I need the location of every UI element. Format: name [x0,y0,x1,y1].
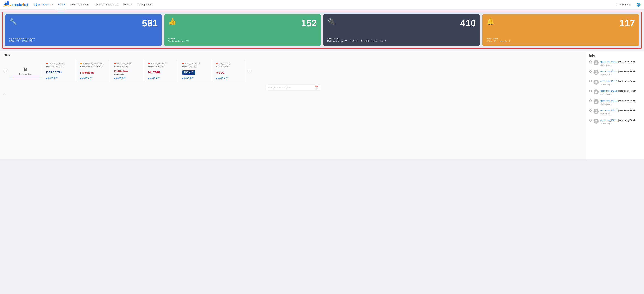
datacom-logo: DATACOM [46,71,62,74]
olt-section-title: OLTs [4,54,582,57]
card-baixo-sinal-number: 117 [619,18,635,28]
prev-arrow-button[interactable]: ‹ [4,69,8,73]
svg-rect-0 [4,4,5,5]
card-aguardando-number: 581 [142,18,158,28]
olt-dot-nokia [182,63,184,64]
olt-all-models[interactable]: 🖥 Todos modelos [10,64,42,78]
info-dot-5 [589,109,592,112]
next-arrow-button[interactable]: › [247,69,252,73]
huawei-logo: HUAWEI [148,71,160,74]
info-avatar-4 [594,99,598,104]
info-avatar-5 [594,109,598,114]
olt-dot-furukawa [114,63,116,64]
card-baixo-sinal[interactable]: 🔔 117 Baixo sinal Crítico: 16 Atenção: 5 [482,14,639,46]
info-dot-1 [589,70,592,73]
dashboard-cards: 🔧 581 Aguardando autorização GPON: 27 EP… [2,12,642,49]
made4olt-dropdown[interactable]: MADE4OLT ▼ [34,3,53,6]
made4olt-dot [46,78,47,79]
svg-point-7 [595,62,597,63]
nav-configuracoes[interactable]: Configurações [137,0,154,9]
olt-item-nokia[interactable]: Nokia_7360FX16 Nokia_7360FX16 NOKIA MADE… [179,60,212,82]
card-aguardando[interactable]: 🔧 581 Aguardando autorização GPON: 27 EP… [5,14,162,46]
card-aguardando-title: Aguardando autorização [9,37,158,40]
info-item-2: epon-onu_1/1/1:2 | created by Admin 2 we… [589,80,641,86]
vsol-logo: V·SOL [216,71,224,74]
info-dot-0 [589,60,592,63]
olt-dot-huawei [148,63,150,64]
furukawa-logo: FURUKAWASOLUTIONS [114,70,128,75]
end-time-label: end_time [282,86,291,89]
start-time-label: start_time [268,86,278,89]
nokia-logo: NOKIA [182,70,195,75]
user-label: Administrador [616,3,630,6]
time-separator: ~ [279,86,280,89]
svg-rect-5 [34,5,35,6]
info-avatar-1 [594,70,598,75]
info-title: Info [589,54,641,58]
user-icon [594,80,598,84]
wrench-icon: 🔧 [9,18,158,25]
nav-onus-nao-autorizadas[interactable]: Onus não autorizadas [94,0,118,9]
info-dot-3 [589,90,592,92]
card-offline-number: 410 [460,18,476,28]
svg-rect-2 [7,2,9,5]
main-content: 🔧 581 Aguardando autorização GPON: 27 EP… [0,10,644,159]
svg-point-9 [595,81,597,82]
time-picker[interactable]: start_time ~ end_time 📅 [266,85,320,90]
screen-icon: 🖥 [23,66,28,72]
svg-point-13 [595,120,597,121]
user-icon [594,100,598,103]
card-online-number: 152 [301,18,317,28]
logo: made4olt [4,2,28,8]
card-aguardando-details: GPON: 27 EPON: 51 [9,40,158,42]
card-offline-title: Total offline [327,37,476,40]
info-dot-6 [589,119,592,122]
user-icon [594,110,598,113]
info-avatar-6 [594,118,598,124]
logo-icon [4,2,11,8]
card-online[interactable]: 👍 152 Online Total autorizadas: 562 [164,14,321,46]
chevron-down-icon: ▼ [51,4,53,6]
info-panel: Info gpon-onu_1/3/1:1 | created by Admin… [586,51,644,159]
olt-item-datacom[interactable]: Datacom_DM4615 Datacom_DM4615 DATACOM MA… [44,60,76,82]
olt-dot-datacom [46,63,48,64]
info-avatar-3 [594,89,598,94]
olt-item-huawei[interactable]: Huawei_MA4608T Huawei_MA4608T HUAWEI MAD… [145,60,178,82]
olt-dot-fiberhome [80,63,82,64]
info-dot-2 [589,80,592,82]
nav-painel[interactable]: Painel [58,0,66,9]
logo-text: made4olt [12,2,28,7]
svg-point-8 [595,71,597,72]
card-baixo-sinal-title: Baixo sinal [486,37,635,40]
olt-item-vsol[interactable]: Vsol_V1600g1 Vsol_V1600g1 V·SOL MADE4OLT [213,60,246,82]
olt-item-furukawa[interactable]: Furukawa_3008 Furukawa_3008 FURUKAWASOLU… [111,60,144,82]
card-aguardando-body: Aguardando autorização GPON: 27 EPON: 51 [9,26,158,42]
olt-section: OLTs ‹ 🖥 Todos modelos Datacom_DM4615 Da… [0,51,586,159]
card-baixo-sinal-details: Crítico: 16 Atenção: 5 [486,40,635,42]
user-icon [594,90,598,94]
info-item-5: epon-onu_1/2/2:2 | created by Admin 2 we… [589,109,641,115]
svg-point-12 [595,110,597,112]
nav-graficos[interactable]: Gráficos [123,0,133,9]
card-offline-body: Total offline Falha de energia: 20 LoS: … [327,26,476,42]
info-dot-4 [589,100,592,102]
body-row: OLTs ‹ 🖥 Todos modelos Datacom_DM4615 Da… [0,51,644,159]
globe-icon[interactable]: 🌐 [636,3,640,7]
user-icon [594,120,598,123]
info-item-4: gpon-onu_1/1/1:1 | created by Admin 2 we… [589,99,641,106]
info-item-0: gpon-onu_1/3/1:1 | created by Admin 2 we… [589,60,641,66]
user-icon [594,71,598,74]
user-icon [594,61,598,64]
info-item-1: epon-onu_1/1/1:1 | created by Admin 2 we… [589,70,641,76]
alarm-icon: 🔔 [486,18,635,25]
fiberhome-logo: FiberHome [80,71,94,74]
svg-rect-6 [36,5,37,6]
card-offline[interactable]: 🔌 410 Total offline Falha de energia: 20… [323,14,480,46]
info-avatar-2 [594,80,598,84]
info-item-6: epon-onu_1/3/1:1 | created by Admin 2 we… [589,118,641,125]
nav-onus-autorizadas[interactable]: Onus autorizadas [70,0,90,9]
svg-rect-3 [34,4,35,4]
card-online-body: Online Total autorizadas: 562 [168,26,317,42]
olt-item-fiberhome[interactable]: FiberHome_AN5516P06 FiberHome_AN5516P06 … [78,60,110,82]
card-online-subtitle: Total autorizadas: 562 [168,40,317,42]
